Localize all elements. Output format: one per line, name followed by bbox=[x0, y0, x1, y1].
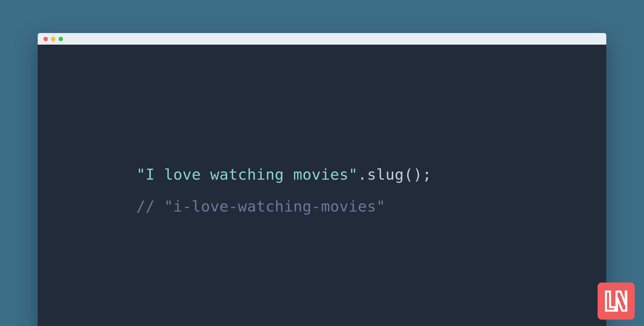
logo-badge bbox=[598, 283, 635, 320]
code-editor: "I love watching movies".slug(); // "i-l… bbox=[38, 45, 606, 216]
logo-icon bbox=[603, 288, 629, 314]
minimize-icon[interactable] bbox=[51, 37, 55, 41]
code-line-1: "I love watching movies".slug(); bbox=[136, 165, 606, 185]
method-call: .slug(); bbox=[358, 166, 431, 183]
maximize-icon[interactable] bbox=[59, 37, 63, 41]
window-titlebar bbox=[38, 33, 606, 45]
code-line-2: // "i-love-watching-movies" bbox=[136, 197, 606, 216]
string-literal: "I love watching movies" bbox=[136, 166, 358, 183]
editor-window: "I love watching movies".slug(); // "i-l… bbox=[38, 33, 606, 326]
close-icon[interactable] bbox=[44, 37, 48, 41]
comment: // "i-love-watching-movies" bbox=[136, 198, 386, 215]
